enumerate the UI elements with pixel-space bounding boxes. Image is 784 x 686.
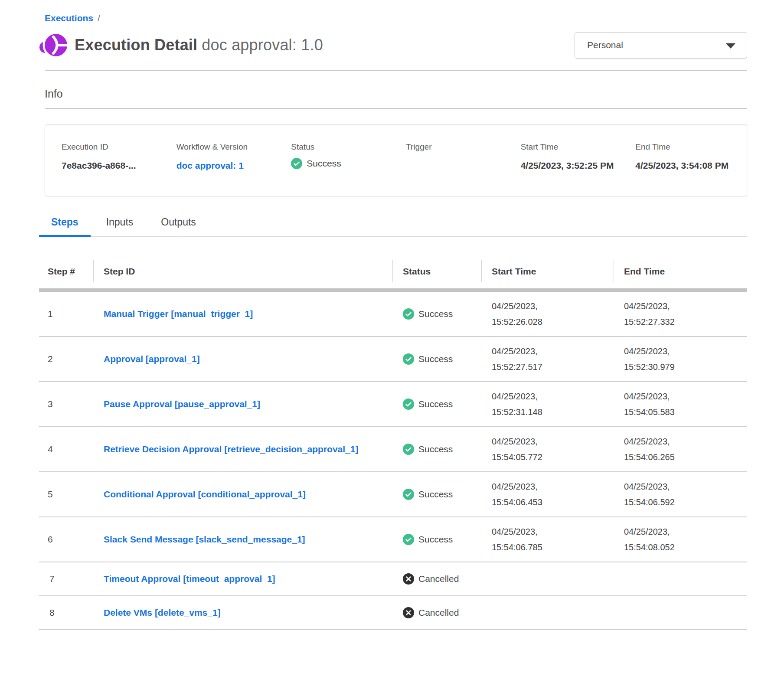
status-cancelled-icon bbox=[403, 607, 414, 618]
end-time-cell: 04/25/2023, 15:54:06.265 bbox=[614, 427, 747, 472]
status-value: Success bbox=[307, 158, 341, 169]
table-row: 2 Approval [approval_1] Success 04/25/20… bbox=[39, 336, 747, 382]
end-time-value: 4/25/2023, 3:54:08 PM bbox=[635, 158, 747, 173]
end-clock-line: 15:52:27.332 bbox=[624, 314, 737, 330]
step-id-link[interactable]: Manual Trigger [manual_trigger_1] bbox=[104, 306, 253, 322]
title-divider bbox=[45, 70, 747, 71]
start-clock-line: 15:52:26.028 bbox=[492, 314, 603, 330]
info-field-start-time: Start Time 4/25/2023, 3:52:25 PM bbox=[521, 142, 632, 181]
start-clock-line: 15:54:06.453 bbox=[492, 494, 603, 510]
start-time-cell: 04/25/2023, 15:54:05.772 bbox=[481, 427, 614, 472]
status-label: Success bbox=[418, 309, 453, 319]
end-clock-line: 15:54:06.592 bbox=[624, 494, 737, 510]
col-end-time: End Time bbox=[614, 258, 747, 290]
step-id-link[interactable]: Retrieve Decision Approval [retrieve_dec… bbox=[104, 441, 358, 457]
info-field-trigger: Trigger bbox=[406, 142, 517, 181]
start-clock-line: 15:54:06.785 bbox=[492, 539, 603, 555]
status-label: Success bbox=[418, 489, 453, 500]
execution-detail-page: Executions/ Execution Detaildoc approval… bbox=[0, 0, 784, 686]
step-number: 5 bbox=[39, 472, 93, 517]
step-id-link[interactable]: Slack Send Message [slack_send_message_1… bbox=[104, 532, 305, 547]
status-cell: Cancelled bbox=[392, 596, 481, 630]
step-id-link[interactable]: Timeout Approval [timeout_approval_1] bbox=[104, 571, 275, 587]
info-field-workflow-version: Workflow & Version doc approval: 1 bbox=[176, 142, 288, 181]
end-time-cell: 04/25/2023, 15:52:27.332 bbox=[614, 290, 747, 336]
start-clock-line: 15:54:05.772 bbox=[492, 449, 603, 465]
table-row: 5 Conditional Approval [conditional_appr… bbox=[39, 472, 747, 517]
start-clock-line: 15:52:31.148 bbox=[492, 404, 603, 420]
tabs: Steps Inputs Outputs bbox=[39, 216, 747, 237]
step-number: 7 bbox=[39, 562, 93, 596]
step-number: 4 bbox=[39, 427, 93, 472]
end-date-line: 04/25/2023, bbox=[624, 434, 737, 449]
start-date-line: 04/25/2023, bbox=[492, 389, 603, 404]
info-divider bbox=[45, 108, 747, 109]
end-time-cell: 04/25/2023, 15:54:05.583 bbox=[614, 382, 747, 427]
step-number: 3 bbox=[39, 382, 93, 427]
end-date-line: 04/25/2023, bbox=[624, 298, 737, 314]
breadcrumb-executions-link[interactable]: Executions bbox=[45, 13, 93, 23]
end-time-cell bbox=[614, 562, 747, 596]
workflow-version-link[interactable]: doc approval: 1 bbox=[176, 158, 257, 173]
tab-steps[interactable]: Steps bbox=[39, 216, 91, 237]
start-time-cell: 04/25/2023, 15:52:31.148 bbox=[481, 382, 614, 427]
step-id-link[interactable]: Approval [approval_1] bbox=[104, 351, 200, 367]
chevron-down-icon bbox=[726, 43, 735, 49]
status-cell: Success bbox=[392, 382, 481, 427]
status-label: Cancelled bbox=[418, 574, 459, 584]
step-number: 1 bbox=[39, 290, 93, 336]
info-field-end-time: End Time 4/25/2023, 3:54:08 PM bbox=[635, 142, 747, 181]
col-start-time: Start Time bbox=[481, 258, 614, 290]
status-cell: Success bbox=[392, 517, 481, 562]
end-time-cell: 04/25/2023, 15:54:08.052 bbox=[614, 517, 747, 562]
tab-outputs[interactable]: Outputs bbox=[161, 216, 196, 236]
start-date-line: 04/25/2023, bbox=[492, 524, 603, 539]
info-card: Execution ID 7e8ac396-a868-... Workflow … bbox=[45, 124, 747, 196]
start-time-cell: 04/25/2023, 15:52:27.517 bbox=[481, 336, 614, 382]
status-success-icon bbox=[403, 489, 414, 500]
workspace-select[interactable]: Personal bbox=[575, 32, 747, 59]
info-section-title: Info bbox=[45, 88, 747, 100]
end-time-cell: 04/25/2023, 15:54:06.592 bbox=[614, 472, 747, 517]
end-date-line: 04/25/2023, bbox=[624, 524, 737, 539]
step-number: 6 bbox=[39, 517, 93, 562]
end-clock-line: 15:52:30.979 bbox=[624, 359, 737, 375]
end-clock-line: 15:54:06.265 bbox=[624, 449, 737, 465]
breadcrumb: Executions/ bbox=[39, 13, 747, 23]
status-cell: Success bbox=[392, 427, 481, 472]
workflow-brand-icon bbox=[39, 31, 67, 59]
page-title-text: Execution Detail bbox=[75, 36, 197, 54]
step-id-link[interactable]: Conditional Approval [conditional_approv… bbox=[104, 487, 306, 502]
table-row: 8 Delete VMs [delete_vms_1] Cancelled bbox=[39, 596, 747, 630]
status-cell: Success bbox=[392, 472, 481, 517]
status-label: Success bbox=[418, 444, 453, 454]
status-cell: Success bbox=[392, 290, 481, 336]
table-row: 6 Slack Send Message [slack_send_message… bbox=[39, 517, 747, 562]
col-step-number: Step # bbox=[39, 258, 93, 290]
start-time-cell: 04/25/2023, 15:54:06.785 bbox=[481, 517, 614, 562]
info-field-status: Status Success bbox=[291, 142, 402, 181]
tab-inputs[interactable]: Inputs bbox=[106, 216, 134, 236]
step-id-link[interactable]: Pause Approval [pause_approval_1] bbox=[104, 396, 260, 412]
page-subtitle: doc approval: 1.0 bbox=[202, 36, 323, 54]
table-row: 3 Pause Approval [pause_approval_1] Succ… bbox=[39, 382, 747, 427]
start-time-cell bbox=[481, 562, 614, 596]
step-number: 8 bbox=[39, 596, 93, 630]
status-success-icon bbox=[291, 158, 302, 169]
step-id-link[interactable]: Delete VMs [delete_vms_1] bbox=[104, 605, 221, 621]
status-success-icon bbox=[403, 399, 414, 410]
status-success-icon bbox=[403, 308, 414, 320]
status-label: Cancelled bbox=[418, 608, 459, 618]
end-date-line: 04/25/2023, bbox=[624, 343, 737, 359]
execution-id-value: 7e8ac396-a868-... bbox=[62, 158, 173, 173]
status-cell: Cancelled bbox=[392, 562, 481, 596]
start-time-cell: 04/25/2023, 15:54:06.453 bbox=[481, 472, 614, 517]
info-field-execution-id: Execution ID 7e8ac396-a868-... bbox=[62, 142, 173, 181]
status-cell: Success bbox=[392, 336, 481, 382]
start-time-cell bbox=[481, 596, 614, 630]
start-clock-line: 15:52:27.517 bbox=[492, 359, 603, 375]
status-success-icon bbox=[403, 353, 414, 365]
end-date-line: 04/25/2023, bbox=[624, 479, 737, 494]
end-date-line: 04/25/2023, bbox=[624, 389, 737, 404]
title-row: Execution Detaildoc approval: 1.0 Person… bbox=[39, 31, 747, 59]
